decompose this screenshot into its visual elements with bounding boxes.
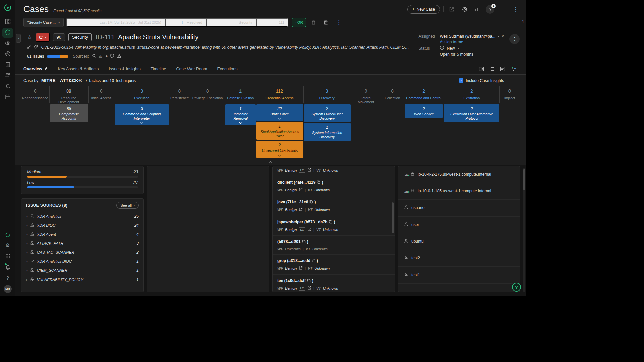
technique-card[interactable]: 1 Indicator Removal bbox=[225, 104, 256, 125]
help-icon[interactable]: ? bbox=[2, 273, 13, 282]
asset-row[interactable]: ☁ ip-10-0-1-185.us-west-1.compute.intern… bbox=[398, 183, 520, 200]
settings-gear-icon[interactable]: ⚙ bbox=[2, 241, 13, 250]
technique-card[interactable]: 88 Compromise Accounts bbox=[50, 104, 88, 122]
asset-row[interactable]: test1 bbox=[398, 267, 520, 284]
asset-row[interactable]: usuario bbox=[398, 200, 520, 217]
filter-chip[interactable]: Case Domain = Security bbox=[206, 18, 256, 27]
status-dropdown[interactable]: New ▾ bbox=[440, 45, 504, 51]
tab[interactable]: Overview bbox=[23, 63, 48, 74]
case-kebab-button[interactable]: ⋮ bbox=[509, 34, 520, 44]
include-insights-checkbox[interactable]: ✓ Include Case Insights bbox=[459, 78, 518, 83]
asset-row[interactable]: test2 bbox=[398, 250, 520, 267]
kanban-view-icon[interactable] bbox=[477, 65, 485, 73]
technique-card[interactable]: 2 System Owner/User Discovery bbox=[304, 104, 351, 122]
collapse-matrix-chevron[interactable] bbox=[268, 159, 273, 164]
process-row[interactable]: grep (a318...aedd ) WF Benign | VT Unkno… bbox=[273, 255, 395, 275]
filter-chip[interactable]: Status != Resolved bbox=[165, 18, 206, 27]
clear-assignee-icon[interactable]: × bbox=[502, 34, 504, 39]
issue-source-row[interactable]: › CIEM_SCANNER 1 bbox=[21, 266, 143, 275]
asset-row[interactable]: ☁ ip-10-0-2-175.us-west-1.compute.intern… bbox=[398, 166, 520, 183]
issue-source-row[interactable]: › VULNERABILITY_POLICY 1 bbox=[21, 275, 143, 284]
issue-source-row[interactable]: › XDR Agent 4 bbox=[21, 230, 143, 239]
filter-funnel-icon[interactable]: 4 bbox=[485, 5, 495, 14]
filter-preset-dropdown[interactable]: *Security Case ...▾ bbox=[23, 18, 64, 27]
process-row[interactable]: (b978...d201 ) WF Unknown | VT Unknown bbox=[273, 236, 395, 255]
sidebar-item-investigation[interactable] bbox=[2, 39, 13, 48]
new-case-button[interactable]: +New Case bbox=[407, 5, 440, 14]
filter-kebab-icon[interactable]: ⋮ bbox=[334, 18, 344, 27]
process-row[interactable]: java (7f1e...31e6 ) WF Benign | VT Unkno… bbox=[273, 196, 395, 216]
collapsed-panel-badge[interactable]: 4 bbox=[522, 19, 524, 23]
open-link-icon[interactable] bbox=[307, 168, 311, 173]
expand-chevron-icon[interactable] bbox=[258, 117, 301, 120]
tab[interactable]: Timeline bbox=[151, 63, 166, 74]
sidebar-item-dashboard[interactable] bbox=[2, 17, 13, 27]
help-fab-button[interactable]: ? bbox=[512, 283, 521, 292]
kebab-menu-icon[interactable]: ⋮ bbox=[511, 5, 520, 14]
open-link-icon[interactable] bbox=[299, 266, 303, 271]
issue-source-row[interactable]: › ATTACK_PATH 3 bbox=[21, 239, 143, 248]
issue-source-row[interactable]: › CAS_IAC_SCANNER 2 bbox=[21, 248, 143, 257]
technique-card[interactable]: 1 System Information Discovery bbox=[304, 123, 351, 141]
export-icon[interactable] bbox=[447, 5, 457, 14]
sidebar-item-scheduler[interactable] bbox=[2, 93, 13, 102]
scope-target-icon[interactable] bbox=[460, 5, 469, 14]
severity-badge[interactable]: C▾ bbox=[36, 33, 49, 42]
notifications-bell-icon[interactable] bbox=[2, 262, 13, 272]
graph-view-icon[interactable] bbox=[509, 65, 518, 73]
process-row[interactable]: dhclient (4afe...4119 ) WF Benign | VT U… bbox=[273, 176, 395, 196]
sidebar-item-assets[interactable] bbox=[2, 71, 13, 80]
technique-card[interactable]: 3 Command and Scripting Interpreter bbox=[115, 104, 169, 125]
apps-grid-icon[interactable] bbox=[2, 251, 13, 261]
see-all-button[interactable]: See all› bbox=[116, 202, 139, 209]
sidebar-item-malware[interactable] bbox=[2, 82, 13, 91]
technique-card[interactable]: 2 Unsecured Credentials bbox=[256, 141, 303, 158]
copy-icon[interactable] bbox=[329, 219, 332, 225]
star-icon[interactable]: ☆ bbox=[27, 34, 32, 41]
list-view-icon[interactable] bbox=[488, 65, 496, 73]
copy-icon[interactable] bbox=[317, 179, 320, 185]
copy-icon[interactable] bbox=[307, 278, 311, 284]
assign-to-me-link[interactable]: Assign to me bbox=[440, 40, 504, 44]
hamburger-menu-icon[interactable]: ≡ bbox=[498, 5, 507, 14]
tab[interactable]: Executions bbox=[217, 63, 237, 74]
process-row[interactable]: jspawnhelper (b573...da7b ) WF Benign LC… bbox=[273, 216, 395, 236]
issue-source-row[interactable]: › XDR Analytics 25 bbox=[21, 212, 143, 221]
open-link-icon[interactable] bbox=[299, 188, 303, 192]
process-row[interactable]: tee (1c0d...dcff ) WF Benign LC | VT Unk… bbox=[273, 275, 395, 293]
issue-source-row[interactable]: › XDR BIOC 24 bbox=[21, 221, 143, 230]
asset-row[interactable]: user bbox=[398, 217, 520, 233]
asset-row[interactable]: ubuntu bbox=[398, 233, 520, 250]
tab[interactable]: Key Assets & Artifacts bbox=[58, 63, 99, 74]
technique-card[interactable]: 1 Steal Application Access Token bbox=[256, 122, 303, 140]
page-scrollbar-thumb[interactable] bbox=[523, 169, 525, 190]
issue-source-row[interactable]: › XDR Analytics BIOC 1 bbox=[21, 257, 143, 266]
expand-chevron-icon[interactable] bbox=[227, 122, 254, 124]
tab[interactable]: Issues & Insights bbox=[109, 63, 141, 74]
assignee-dropdown[interactable]: Wes Sudman (wsudman@pa... ▾ × bbox=[440, 34, 504, 39]
technique-card[interactable]: 22 Brute Force bbox=[256, 104, 303, 121]
process-row[interactable]: WF Benign LC | VT Unknown bbox=[273, 166, 395, 176]
filter-chip[interactable]: Last Updated = Last 1M (Jul 1st 2025 - J… bbox=[67, 18, 165, 27]
technique-card[interactable]: 2 Exfiltration Over Alternative Protocol bbox=[444, 104, 499, 122]
or-operator-button[interactable]: ›OR bbox=[292, 18, 306, 27]
copy-icon[interactable] bbox=[312, 258, 315, 264]
copy-icon[interactable] bbox=[302, 239, 306, 245]
filter-chip[interactable]: Case ID = 111 bbox=[256, 18, 288, 27]
sidebar-item-cases[interactable] bbox=[2, 28, 13, 38]
sidebar-item-reports[interactable] bbox=[2, 60, 13, 70]
tab[interactable]: Case War Room bbox=[176, 63, 207, 74]
expand-chevron-icon[interactable] bbox=[258, 154, 301, 157]
open-link-icon[interactable] bbox=[299, 207, 303, 212]
technique-card[interactable]: 2 Web Service bbox=[405, 104, 443, 118]
copy-icon[interactable] bbox=[309, 199, 313, 205]
save-filter-icon[interactable] bbox=[321, 18, 331, 27]
chart-icon[interactable] bbox=[473, 5, 482, 14]
delete-filter-icon[interactable] bbox=[309, 18, 319, 27]
card-view-icon[interactable] bbox=[499, 65, 507, 73]
process-scrollbar-thumb[interactable] bbox=[392, 202, 394, 233]
sidebar-item-threat-intel[interactable] bbox=[2, 50, 13, 59]
expand-chevron-icon[interactable] bbox=[117, 122, 167, 124]
panel-expander[interactable]: › bbox=[16, 34, 21, 43]
open-link-icon[interactable] bbox=[307, 227, 311, 232]
